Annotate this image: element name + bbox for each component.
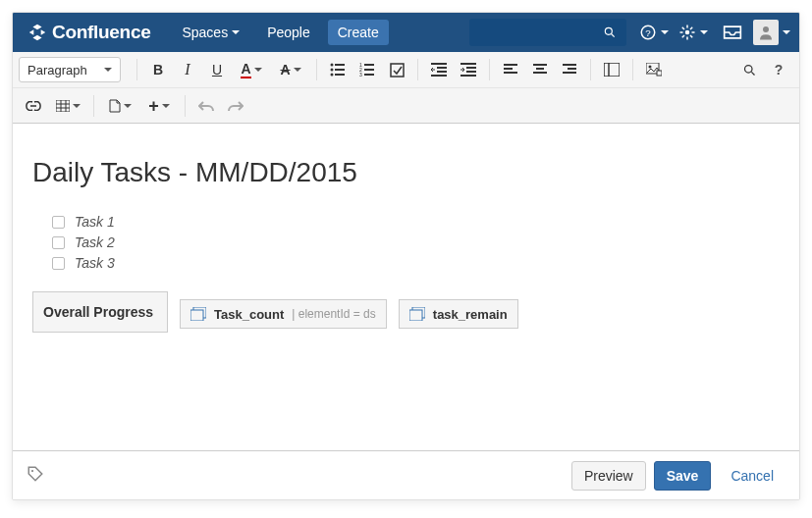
macro-icon <box>409 307 425 321</box>
paragraph-style-select[interactable]: Paragraph <box>19 57 121 82</box>
create-button[interactable]: Create <box>328 20 389 45</box>
svg-rect-33 <box>466 71 476 73</box>
progress-header-cell[interactable]: Overall Progress <box>32 291 168 333</box>
task-item[interactable]: Task 3 <box>52 253 780 274</box>
align-left-button[interactable] <box>496 55 525 84</box>
svg-rect-15 <box>335 64 345 66</box>
bold-button[interactable]: B <box>143 55 173 84</box>
search-input[interactable] <box>469 19 626 46</box>
indent-button[interactable] <box>454 55 483 84</box>
avatar <box>753 20 779 45</box>
task-list: Task 1 Task 2 Task 3 <box>32 212 780 274</box>
progress-cell[interactable]: Task_count elementId = ds task_remain <box>180 291 518 333</box>
svg-rect-34 <box>460 75 476 77</box>
more-formatting-button[interactable]: A <box>271 55 310 84</box>
create-label: Create <box>338 25 379 40</box>
align-center-button[interactable] <box>525 55 555 84</box>
profile-menu[interactable] <box>752 13 791 52</box>
checkbox-icon[interactable] <box>52 216 65 229</box>
page-title[interactable]: Daily Tasks - MM/DD/2015 <box>32 157 780 188</box>
global-header: Confluence Spaces People Create ? <box>13 13 799 52</box>
find-replace-button[interactable] <box>734 55 764 84</box>
svg-rect-32 <box>466 67 476 69</box>
nav-people[interactable]: People <box>253 13 324 52</box>
svg-line-50 <box>751 72 754 75</box>
svg-rect-57 <box>190 310 203 321</box>
svg-rect-31 <box>460 63 476 65</box>
layout-icon <box>604 63 620 77</box>
help-button[interactable]: ? <box>764 55 793 84</box>
help-icon: ? <box>639 24 657 41</box>
svg-point-16 <box>331 69 334 72</box>
editor-content[interactable]: Daily Tasks - MM/DD/2015 Task 1 Task 2 T… <box>13 124 799 451</box>
align-right-icon <box>563 64 576 76</box>
task-label: Task 3 <box>75 253 115 274</box>
svg-rect-39 <box>536 68 544 70</box>
page-layout-button[interactable] <box>597 55 626 84</box>
svg-rect-29 <box>437 71 447 73</box>
task-item[interactable]: Task 2 <box>52 233 780 253</box>
bullet-list-icon <box>330 63 346 77</box>
svg-line-10 <box>690 35 692 37</box>
cancel-button[interactable]: Cancel <box>719 461 785 491</box>
svg-rect-37 <box>504 72 517 74</box>
redo-icon <box>228 99 244 113</box>
image-insert-icon <box>646 63 662 77</box>
align-center-icon <box>533 64 547 76</box>
search-icon <box>742 63 757 78</box>
text-color-button[interactable]: A <box>232 55 271 84</box>
link-button[interactable] <box>19 91 48 121</box>
nav-spaces[interactable]: Spaces <box>168 13 253 52</box>
nav-people-label: People <box>267 25 310 40</box>
svg-text:3: 3 <box>359 72 362 77</box>
outdent-button[interactable] <box>424 55 454 84</box>
table-button[interactable] <box>48 91 87 121</box>
svg-point-47 <box>649 66 652 69</box>
bullet-list-button[interactable] <box>323 55 352 84</box>
admin-menu[interactable] <box>674 13 713 52</box>
nav-spaces-label: Spaces <box>182 25 228 40</box>
undo-button[interactable] <box>191 91 221 121</box>
insert-more-button[interactable]: + <box>139 91 179 121</box>
outdent-icon <box>431 63 447 77</box>
svg-rect-36 <box>504 68 513 70</box>
svg-rect-40 <box>533 72 547 74</box>
svg-point-60 <box>31 470 33 472</box>
confluence-logo[interactable]: Confluence <box>27 22 150 43</box>
svg-rect-30 <box>431 75 447 77</box>
align-right-button[interactable] <box>555 55 584 84</box>
redo-button[interactable] <box>221 91 250 121</box>
underline-button[interactable]: U <box>202 55 232 84</box>
notifications-button[interactable] <box>713 13 752 52</box>
svg-point-13 <box>763 26 769 32</box>
insert-template-button[interactable] <box>100 91 139 121</box>
checkbox-icon[interactable] <box>52 257 65 270</box>
italic-button[interactable]: I <box>173 55 202 84</box>
svg-text:?: ? <box>645 27 651 38</box>
checkbox-icon[interactable] <box>52 236 65 249</box>
svg-line-1 <box>612 34 615 37</box>
svg-line-11 <box>682 35 684 37</box>
caret-down-icon <box>783 30 790 34</box>
macro-icon <box>190 307 206 321</box>
preview-button[interactable]: Preview <box>571 461 646 491</box>
svg-rect-19 <box>335 74 345 76</box>
preview-label: Preview <box>584 468 633 484</box>
indent-icon <box>460 63 476 77</box>
editor-toolbar: Paragraph B I U A A 123 <box>13 52 799 124</box>
macro-placeholder[interactable]: Task_count elementId = ds <box>180 299 387 329</box>
svg-rect-23 <box>364 69 374 71</box>
help-menu[interactable]: ? <box>634 13 674 52</box>
svg-rect-48 <box>657 71 662 76</box>
labels-button[interactable] <box>27 465 44 486</box>
task-list-button[interactable] <box>382 55 411 84</box>
svg-line-9 <box>682 27 684 29</box>
gear-icon <box>678 24 696 41</box>
save-button[interactable]: Save <box>654 461 712 491</box>
numbered-list-button[interactable]: 123 <box>352 55 382 84</box>
macro-placeholder[interactable]: task_remain <box>399 299 518 329</box>
insert-files-button[interactable] <box>639 55 669 84</box>
task-item[interactable]: Task 1 <box>52 212 780 233</box>
svg-point-18 <box>331 74 334 77</box>
confluence-icon <box>27 22 48 43</box>
